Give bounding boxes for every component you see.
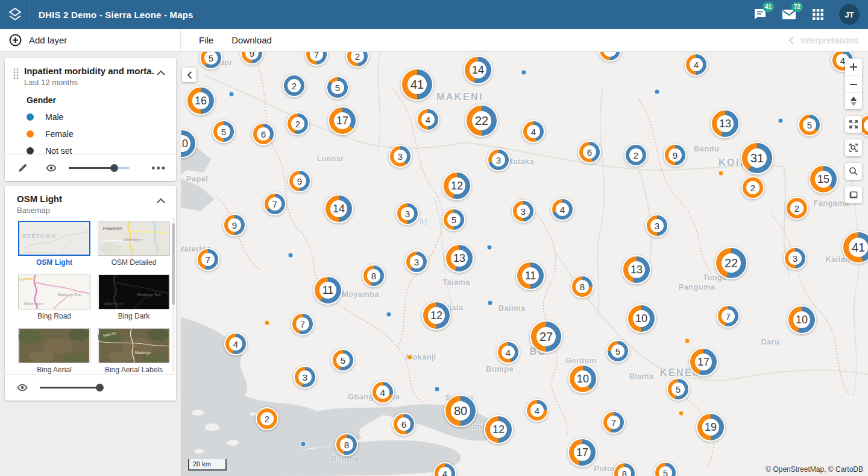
cluster-marker[interactable]: 2 (256, 407, 278, 430)
add-layer-button[interactable]: Add layer (0, 29, 181, 51)
event-point[interactable] (655, 89, 660, 95)
cluster-marker[interactable]: 80 (444, 395, 477, 427)
cluster-marker[interactable]: 10 (627, 304, 656, 333)
event-point[interactable] (435, 387, 440, 392)
cluster-marker[interactable]: 17 (568, 438, 597, 467)
event-point[interactable] (679, 411, 684, 416)
fullscreen-button[interactable] (845, 116, 862, 133)
cluster-marker[interactable]: 14 (324, 194, 353, 223)
cluster-marker[interactable]: 17 (689, 347, 718, 376)
cluster-marker[interactable]: 15 (809, 165, 838, 194)
cluster-marker[interactable]: 5 (798, 113, 821, 136)
cluster-marker[interactable]: 3 (784, 247, 807, 270)
event-point[interactable] (487, 245, 492, 250)
event-point[interactable] (229, 92, 234, 97)
drag-handle-icon[interactable] (12, 67, 20, 80)
basemap-option-osm-detailed[interactable]: Freetown Wilberforce OSM Detailed (98, 221, 170, 267)
cluster-marker[interactable]: 5 (332, 349, 354, 372)
cluster-marker[interactable]: 3 (487, 148, 510, 171)
cluster-marker[interactable]: 2 (785, 197, 808, 220)
cluster-marker[interactable]: 19 (696, 413, 725, 442)
mail-button[interactable]: 72 (781, 7, 797, 22)
cluster-marker[interactable]: 13 (445, 244, 474, 273)
event-point[interactable] (778, 118, 784, 124)
cluster-marker[interactable]: 4 (417, 108, 439, 131)
cluster-marker[interactable]: 2 (741, 176, 764, 199)
zoom-out-button[interactable] (845, 75, 862, 92)
measure-button[interactable] (845, 186, 862, 203)
cluster-marker[interactable]: 8 (362, 264, 385, 287)
cluster-marker[interactable]: 9 (664, 144, 687, 167)
basemap-option-bing-aerial[interactable]: Bing Aerial (18, 328, 90, 374)
cluster-marker[interactable]: 10 (568, 364, 597, 393)
cluster-marker[interactable]: 8 (571, 275, 594, 298)
cluster-marker[interactable]: 2 (283, 74, 306, 97)
event-point[interactable] (288, 253, 294, 258)
cluster-marker[interactable]: 4 (224, 332, 247, 355)
cluster-marker[interactable]: 5 (442, 208, 465, 231)
cluster-marker[interactable]: 6 (578, 141, 601, 163)
cluster-marker[interactable]: 3 (389, 145, 412, 168)
cluster-marker[interactable]: 16 (186, 86, 215, 115)
cluster-marker[interactable]: 14 (464, 56, 492, 84)
event-point[interactable] (488, 300, 493, 306)
cluster-marker[interactable]: 7 (291, 313, 314, 335)
cluster-marker[interactable]: 3 (396, 202, 419, 225)
cluster-marker[interactable]: 4 (685, 53, 708, 76)
cluster-marker[interactable]: 2 (286, 112, 309, 135)
cluster-marker[interactable]: 6 (252, 122, 275, 145)
cluster-marker[interactable]: 4 (497, 341, 520, 364)
basemap-scrollbar-thumb[interactable] (172, 223, 175, 305)
basemap-opacity-slider[interactable] (40, 387, 102, 389)
cluster-marker[interactable]: 3 (405, 250, 428, 273)
cluster-marker[interactable]: 27 (530, 320, 562, 353)
zoom-in-button[interactable] (845, 59, 862, 75)
cluster-marker[interactable]: 10 (787, 305, 816, 334)
cluster-marker[interactable]: 7 (717, 305, 740, 328)
basemap-option-bing-dark[interactable]: Madongo Tow Wilberforce Bing Dark (98, 274, 170, 320)
cluster-marker[interactable]: 3 (646, 214, 668, 237)
opacity-slider-thumb[interactable] (110, 164, 118, 172)
cluster-marker[interactable]: 5 (212, 120, 235, 143)
toggle-layer-visibility-button[interactable] (43, 160, 59, 176)
cluster-marker[interactable]: 11 (516, 261, 545, 290)
event-point[interactable] (265, 320, 270, 326)
apps-menu-button[interactable] (810, 7, 826, 22)
cluster-marker[interactable]: 12 (442, 171, 471, 200)
cluster-marker[interactable]: 5 (606, 340, 629, 363)
search-button[interactable] (845, 163, 862, 180)
cluster-marker[interactable]: 31 (741, 142, 773, 174)
layer-opacity-slider[interactable] (69, 167, 129, 169)
cluster-marker[interactable]: 12 (422, 301, 451, 330)
cluster-marker[interactable]: 9 (223, 214, 246, 236)
cluster-marker[interactable]: 3 (512, 200, 535, 223)
event-point[interactable] (719, 171, 724, 176)
cluster-marker[interactable]: 13 (622, 255, 651, 284)
cluster-marker[interactable]: 4 (522, 120, 545, 143)
cluster-marker[interactable]: 7 (197, 248, 219, 271)
menu-download[interactable]: Download (231, 35, 272, 45)
cluster-marker[interactable]: 22 (715, 247, 747, 279)
cluster-marker[interactable]: 4 (526, 399, 549, 422)
cluster-marker[interactable]: 22 (465, 104, 498, 137)
cluster-marker[interactable]: 5 (326, 76, 349, 99)
cluster-marker[interactable]: 4 (551, 198, 574, 221)
basemap-option-bing-road[interactable]: Madongo Tow Wilberforce Bing Road (18, 274, 90, 320)
messages-button[interactable]: 41 (752, 7, 768, 22)
cluster-marker[interactable]: 3 (294, 366, 316, 389)
user-avatar[interactable]: JT (839, 4, 860, 25)
cluster-marker[interactable]: 41 (401, 68, 433, 101)
collapse-layer-card-button[interactable] (154, 66, 168, 79)
layer-more-button[interactable]: ••• (151, 165, 166, 171)
cluster-marker[interactable]: 12 (484, 415, 513, 444)
event-point[interactable] (407, 355, 413, 360)
zoom-to-content-button[interactable] (845, 139, 862, 156)
event-point[interactable] (521, 70, 527, 75)
cluster-marker[interactable]: 8 (335, 433, 358, 456)
interpretations-toggle[interactable]: Interpretations (788, 35, 868, 45)
cluster-marker[interactable]: 6 (392, 413, 415, 436)
basemap-option-osm-light[interactable]: REETOWN OSM Light (18, 221, 90, 267)
menu-file[interactable]: File (199, 35, 213, 45)
map-canvas[interactable]: 20 km © OpenStreetMap, © CartoDB RokuprM… (181, 52, 868, 476)
cluster-marker[interactable]: 17 (328, 106, 357, 135)
